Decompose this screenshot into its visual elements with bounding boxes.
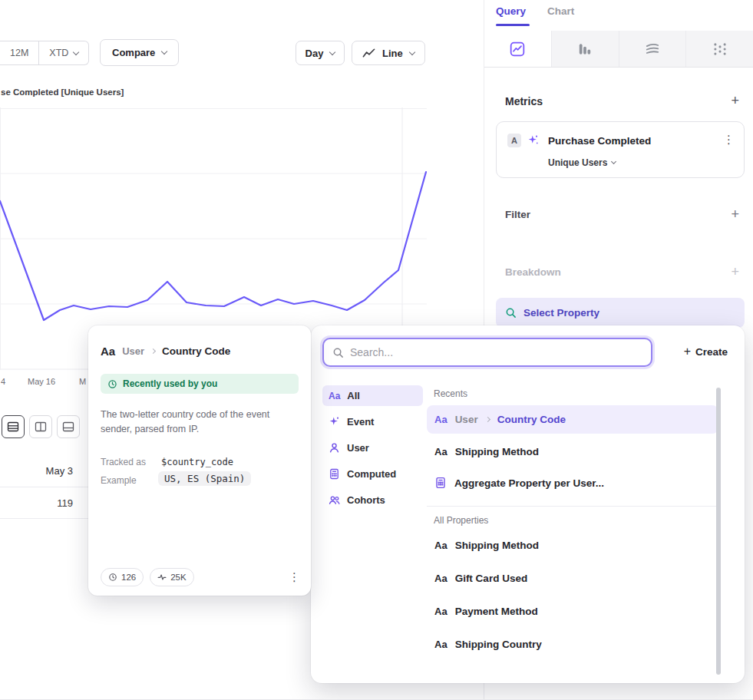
add-filter-button[interactable]: +	[731, 207, 739, 221]
search-box[interactable]	[322, 338, 652, 367]
scrollbar[interactable]	[716, 388, 721, 675]
string-type-icon: Aa	[434, 414, 448, 425]
compare-button[interactable]: Compare	[100, 39, 179, 66]
x-tick: 4	[1, 377, 5, 386]
property-description: The two-letter country code of the event…	[101, 408, 292, 437]
filter-section-title: Filter	[505, 209, 530, 220]
tab-flows[interactable]	[685, 31, 753, 67]
list-item-gift-card-used[interactable]: Aa Gift Card Used	[427, 562, 718, 595]
chevron-right-icon	[150, 348, 156, 354]
search-icon	[332, 347, 344, 358]
layout-columns-button[interactable]	[29, 415, 52, 438]
date-range-12m-button[interactable]: 12M	[0, 41, 38, 64]
active-tab-underline	[496, 24, 530, 26]
property-picker-dropdown: + Create Aa All Event User Computed	[311, 325, 745, 683]
category-user[interactable]: User	[322, 438, 423, 458]
category-label: User	[347, 442, 369, 454]
chevron-down-icon	[408, 48, 414, 54]
search-icon	[505, 307, 517, 319]
category-cohorts[interactable]: Cohorts	[322, 490, 423, 510]
table-cell-value: 119	[0, 497, 73, 509]
add-metric-button[interactable]: +	[731, 94, 739, 107]
clock-icon	[107, 379, 117, 389]
property-card-menu-button[interactable]: ⋮	[289, 570, 300, 584]
example-value: US, ES (Spain)	[158, 471, 251, 486]
item-parent: User	[455, 414, 478, 425]
tab-insights[interactable]	[484, 31, 551, 67]
volume-count: 25K	[170, 573, 186, 582]
queries-count: 126	[121, 573, 136, 582]
category-label: All	[347, 390, 360, 401]
tab-query[interactable]: Query	[496, 5, 526, 17]
tab-chart[interactable]: Chart	[547, 5, 574, 17]
list-divider	[427, 506, 718, 507]
granularity-button[interactable]: Day	[296, 41, 345, 65]
event-icon	[329, 416, 340, 428]
item-label: Shipping Method	[455, 540, 539, 551]
list-item-payment-method[interactable]: Aa Payment Method	[427, 595, 718, 628]
create-label: Create	[695, 346, 728, 358]
x-tick: M	[79, 377, 86, 386]
metrics-section-title: Metrics	[505, 95, 543, 107]
category-computed[interactable]: Computed	[322, 464, 423, 484]
list-item-aggregate-property[interactable]: Aggregate Property per User...	[427, 469, 718, 497]
layout-split-icon	[62, 421, 74, 433]
category-event[interactable]: Event	[322, 411, 423, 432]
property-categories: Aa All Event User Computed Cohorts	[322, 385, 423, 516]
chart-style-button[interactable]: Line	[352, 41, 425, 65]
x-tick: May 16	[28, 377, 55, 386]
property-title: Country Code	[162, 345, 230, 357]
property-card-footer: 126 25K ⋮	[101, 568, 300, 586]
metric-name: Purchase Completed	[548, 135, 651, 147]
insights-report-screen: 12M XTD Compare Day Line se Completed [U…	[0, 0, 753, 700]
plus-icon: +	[684, 345, 691, 358]
category-all[interactable]: Aa All	[322, 385, 423, 406]
series-label: se Completed [Unique Users]	[1, 88, 124, 97]
trend-line	[0, 172, 426, 320]
cohorts-icon	[329, 494, 340, 506]
string-type-icon: Aa	[434, 639, 448, 650]
list-item-shipping-method[interactable]: Aa Shipping Method	[427, 438, 718, 464]
recently-used-badge: Recently used by you	[101, 374, 299, 394]
search-input[interactable]	[350, 346, 642, 358]
metric-menu-button[interactable]: ⋮	[723, 133, 735, 147]
insights-tab-icon	[510, 41, 525, 57]
retention-tab-icon	[645, 41, 660, 57]
user-icon	[329, 442, 340, 454]
layout-split-button[interactable]	[57, 415, 80, 438]
property-detail-card: Aa User Country Code Recently used by yo…	[88, 325, 311, 596]
layout-rows-button[interactable]	[2, 415, 25, 438]
item-label: Shipping Method	[455, 446, 539, 457]
table-column-header: May 3	[0, 465, 73, 477]
list-item-shipping-method-2[interactable]: Aa Shipping Method	[427, 529, 718, 562]
queries-count-chip[interactable]: 126	[101, 568, 144, 586]
date-range-xtd-button[interactable]: XTD	[38, 41, 88, 64]
activity-icon	[157, 573, 167, 582]
recently-used-label: Recently used by you	[123, 378, 217, 389]
select-property-label: Select Property	[523, 307, 599, 319]
add-breakdown-button[interactable]: +	[731, 265, 739, 279]
event-icon	[527, 134, 539, 146]
string-type-icon: Aa	[434, 573, 448, 584]
tab-retention[interactable]	[619, 31, 686, 67]
line-chart-icon	[362, 47, 375, 60]
list-item-country-code[interactable]: Aa User Country Code	[427, 405, 718, 434]
metric-aggregation-dropdown[interactable]: Unique Users	[548, 157, 616, 168]
item-label: Gift Card Used	[455, 573, 528, 584]
item-label: Payment Method	[455, 606, 538, 617]
string-type-icon: Aa	[434, 446, 448, 457]
string-type-icon: Aa	[329, 391, 340, 401]
date-range-control: 12M XTD	[0, 41, 89, 65]
table-divider	[0, 518, 88, 519]
date-range-12m-label: 12M	[10, 48, 28, 58]
flows-tab-icon	[712, 41, 728, 57]
create-button[interactable]: + Create	[684, 345, 728, 358]
volume-chip[interactable]: 25K	[150, 568, 193, 586]
select-property-field[interactable]: Select Property	[496, 298, 745, 328]
category-label: Cohorts	[347, 494, 385, 506]
tab-funnels[interactable]	[551, 31, 619, 67]
metric-card[interactable]: A Purchase Completed ⋮ Unique Users	[496, 121, 745, 178]
list-item-shipping-country[interactable]: Aa Shipping Country	[427, 628, 718, 661]
chevron-down-icon	[73, 48, 79, 54]
chart-style-label: Line	[382, 48, 403, 59]
